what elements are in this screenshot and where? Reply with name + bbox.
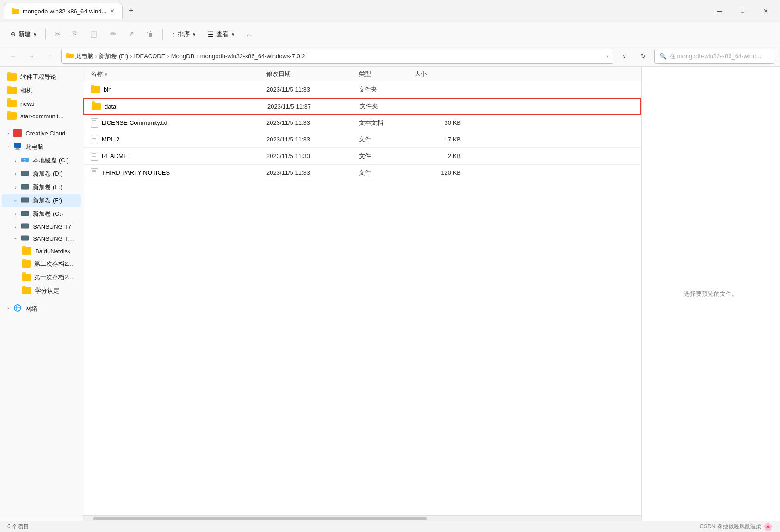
table-row[interactable]: MPL-2 2023/11/5 11:33 文件 17 KB [83, 131, 641, 148]
file-name-cell: README [91, 152, 266, 161]
back-button[interactable]: ← [6, 49, 20, 64]
sidebar-item-first-archive[interactable]: 第一次存档202... [2, 271, 81, 284]
col-type-label: 类型 [359, 70, 371, 77]
minimize-button[interactable]: — [709, 4, 730, 18]
sidebar-item-d-drive[interactable]: › 新加卷 (D:) [2, 167, 81, 180]
active-tab[interactable]: mongodb-win32-x86_64-wind... ✕ [4, 3, 123, 19]
up-button[interactable]: ↑ [43, 49, 57, 64]
separator-2 [162, 29, 163, 40]
view-icon: ☰ [208, 31, 214, 38]
sidebar-item-label: 网络 [25, 305, 37, 313]
dropdown-path-button[interactable]: ∨ [617, 49, 632, 64]
col-size-header[interactable]: 大小 [415, 70, 461, 78]
col-size-label: 大小 [415, 70, 427, 77]
sidebar-item-f-drive[interactable]: › 新加卷 (F:) [2, 194, 81, 207]
table-row[interactable]: README 2023/11/5 11:33 文件 2 KB [83, 148, 641, 165]
sidebar-item-camera[interactable]: 相机 [2, 84, 81, 97]
item-count: 6 个项目 [7, 523, 29, 531]
svg-rect-4 [14, 143, 21, 148]
table-row[interactable]: THIRD-PARTY-NOTICES 2023/11/5 11:33 文件 1… [83, 165, 641, 181]
delete-button[interactable]: 🗑 [141, 27, 159, 42]
sidebar-item-creative-cloud[interactable]: › Creative Cloud [2, 127, 81, 140]
drive-d-icon [21, 171, 29, 177]
paste-button[interactable]: 📋 [84, 27, 103, 42]
sidebar-item-samsung-t7[interactable]: › SANSUNG T7 [2, 221, 81, 232]
path-part-5[interactable]: mongodb-win32-x86_64-windows-7.0.2 [200, 53, 305, 60]
share-button[interactable]: ↗ [123, 26, 139, 42]
table-row[interactable]: bin 2023/11/5 11:33 文件夹 [83, 81, 641, 98]
horizontal-scrollbar[interactable] [83, 515, 641, 521]
svg-rect-5 [16, 148, 19, 149]
drive-samsung-icon [21, 223, 29, 230]
sidebar-item-label: BaiduNetdisk [35, 248, 71, 255]
copy-icon: ⎘ [73, 30, 77, 38]
file-name-cell: THIRD-PARTY-NOTICES [91, 168, 266, 177]
file-name-cell: bin [91, 86, 266, 93]
tab-close-button[interactable]: ✕ [110, 8, 115, 14]
tab-folder-icon [12, 7, 19, 15]
sidebar-item-e-drive[interactable]: › 新加卷 (E:) [2, 181, 81, 194]
table-row[interactable]: LICENSE-Community.txt 2023/11/5 11:33 文本… [83, 115, 641, 131]
sidebar-item-second-archive[interactable]: 第二次存档202... [2, 257, 81, 270]
file-type-cell: 文件 [359, 152, 415, 160]
folder-icon [7, 73, 17, 81]
drive-samsungs-icon [21, 235, 29, 242]
search-box[interactable]: 🔍 在 mongodb-win32-x86_64-wind... [654, 49, 774, 64]
new-tab-button[interactable]: + [123, 3, 139, 19]
col-type-header[interactable]: 类型 [359, 70, 415, 78]
cut-button[interactable]: ✂ [50, 26, 66, 42]
col-date-header[interactable]: 修改日期 [266, 70, 359, 78]
svg-rect-1 [12, 8, 15, 10]
sidebar-item-samsung-t7s[interactable]: › SANSUNG T7 S [2, 233, 81, 245]
watermark: CSDN @她似晚风般温柔 🌸 [700, 522, 773, 531]
file-date-cell: 2023/11/5 11:33 [266, 86, 359, 93]
sidebar-item-c-drive[interactable]: › C 本地磁盘 (C:) [2, 154, 81, 167]
copy-button[interactable]: ⎘ [68, 27, 82, 42]
view-button[interactable]: ☰ 查看 ∨ [203, 27, 240, 42]
sort-button[interactable]: ↕ 排序 ∨ [167, 27, 201, 42]
file-date-cell: 2023/11/5 11:33 [266, 119, 359, 126]
dropdown-arrow-icon: ∨ [33, 31, 37, 37]
sidebar-item-label: news [20, 100, 34, 107]
path-part-4[interactable]: MongDB [171, 53, 195, 60]
sidebar-item-news[interactable]: news [2, 98, 81, 110]
file-name-label: MPL-2 [102, 136, 119, 143]
col-date-label: 修改日期 [266, 70, 291, 77]
path-part-3[interactable]: IDEACODE [134, 53, 166, 60]
file-icon [91, 135, 98, 144]
address-bar: ← → ↑ 此电脑 › 新加卷 (F:) › IDEACODE › MongDB… [0, 46, 780, 67]
file-name-label: THIRD-PARTY-NOTICES [102, 169, 170, 176]
expand-icon: › [15, 171, 16, 177]
watermark-text: CSDN @她似晚风般温柔 [700, 523, 761, 531]
sidebar-item-network[interactable]: › 网络 [2, 302, 81, 315]
maximize-button[interactable]: □ [732, 4, 753, 18]
file-size-cell: 30 KB [415, 119, 461, 126]
rename-button[interactable]: ✏ [105, 26, 121, 42]
sidebar-item-label: 本地磁盘 (C:) [33, 156, 68, 165]
breadcrumb[interactable]: 此电脑 › 新加卷 (F:) › IDEACODE › MongDB › mon… [61, 49, 613, 64]
title-bar: mongodb-win32-x86_64-wind... ✕ + — □ ✕ [0, 0, 780, 22]
close-button[interactable]: ✕ [755, 4, 776, 18]
sidebar-item-credit[interactable]: 学分认定 [2, 284, 81, 297]
svg-rect-14 [21, 236, 29, 240]
sidebar-item-label: Creative Cloud [25, 130, 65, 137]
view-arrow-icon: ∨ [231, 31, 235, 37]
sidebar-item-baidu[interactable]: BaiduNetdisk [2, 245, 81, 257]
path-part-1[interactable]: 此电脑 [75, 52, 93, 61]
scrollbar-thumb[interactable] [93, 517, 427, 520]
sidebar-item-software[interactable]: 软件工程导论 [2, 71, 81, 84]
col-name-header[interactable]: 名称 ∧ [91, 70, 266, 78]
refresh-button[interactable]: ↻ [636, 49, 650, 64]
watermark-icon: 🌸 [763, 522, 773, 531]
expand-icon: › [7, 131, 9, 136]
sidebar-item-this-pc[interactable]: › 此电脑 [2, 140, 81, 153]
forward-button[interactable]: → [24, 49, 39, 64]
svg-rect-10 [21, 184, 29, 189]
path-part-2[interactable]: 新加卷 (F:) [99, 52, 128, 61]
sidebar-item-star[interactable]: star-communit... [2, 110, 81, 122]
more-button[interactable]: ... [241, 27, 257, 41]
table-row[interactable]: data 2023/11/5 11:37 文件夹 [83, 98, 641, 115]
new-button[interactable]: ⊕ 新建 ∨ [6, 27, 42, 42]
folder-icon [22, 260, 31, 268]
sidebar-item-g-drive[interactable]: › 新加卷 (G:) [2, 208, 81, 220]
